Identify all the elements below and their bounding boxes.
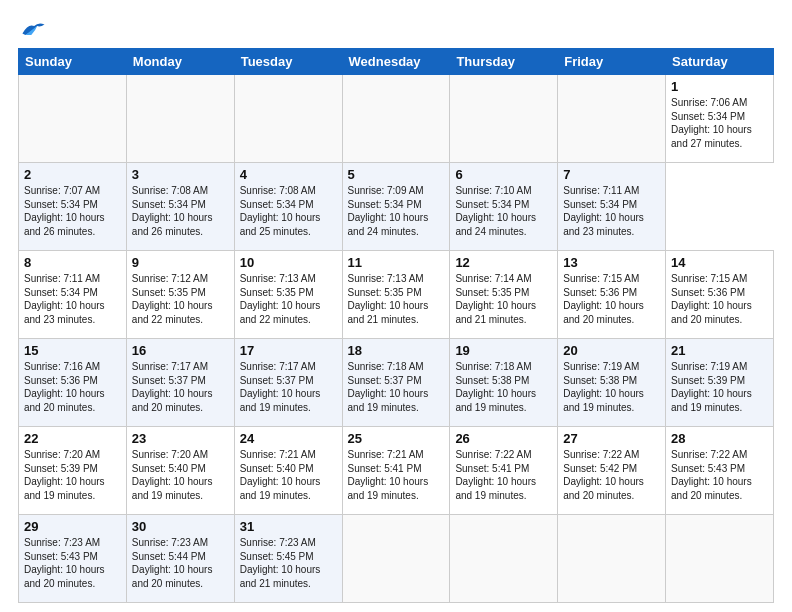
calendar-empty-cell [558, 75, 666, 163]
day-number: 21 [671, 343, 768, 358]
day-number: 27 [563, 431, 660, 446]
calendar-day-header: Friday [558, 49, 666, 75]
day-info: Sunrise: 7:17 AM Sunset: 5:37 PM Dayligh… [240, 360, 337, 414]
calendar-week-row: 29Sunrise: 7:23 AM Sunset: 5:43 PM Dayli… [19, 515, 774, 603]
calendar-empty-cell [19, 75, 127, 163]
day-info: Sunrise: 7:18 AM Sunset: 5:38 PM Dayligh… [455, 360, 552, 414]
day-info: Sunrise: 7:11 AM Sunset: 5:34 PM Dayligh… [563, 184, 660, 238]
day-info: Sunrise: 7:06 AM Sunset: 5:34 PM Dayligh… [671, 96, 768, 150]
calendar-day-cell: 21Sunrise: 7:19 AM Sunset: 5:39 PM Dayli… [666, 339, 774, 427]
calendar-week-row: 1Sunrise: 7:06 AM Sunset: 5:34 PM Daylig… [19, 75, 774, 163]
day-number: 2 [24, 167, 121, 182]
calendar-day-cell: 31Sunrise: 7:23 AM Sunset: 5:45 PM Dayli… [234, 515, 342, 603]
day-info: Sunrise: 7:13 AM Sunset: 5:35 PM Dayligh… [348, 272, 445, 326]
day-info: Sunrise: 7:08 AM Sunset: 5:34 PM Dayligh… [240, 184, 337, 238]
calendar-day-header: Monday [126, 49, 234, 75]
day-info: Sunrise: 7:22 AM Sunset: 5:42 PM Dayligh… [563, 448, 660, 502]
day-number: 3 [132, 167, 229, 182]
calendar-day-cell: 30Sunrise: 7:23 AM Sunset: 5:44 PM Dayli… [126, 515, 234, 603]
calendar-day-cell: 27Sunrise: 7:22 AM Sunset: 5:42 PM Dayli… [558, 427, 666, 515]
day-number: 30 [132, 519, 229, 534]
calendar-day-cell: 17Sunrise: 7:17 AM Sunset: 5:37 PM Dayli… [234, 339, 342, 427]
calendar-empty-cell [450, 515, 558, 603]
calendar-empty-cell [666, 515, 774, 603]
calendar-week-row: 15Sunrise: 7:16 AM Sunset: 5:36 PM Dayli… [19, 339, 774, 427]
day-info: Sunrise: 7:17 AM Sunset: 5:37 PM Dayligh… [132, 360, 229, 414]
day-info: Sunrise: 7:20 AM Sunset: 5:40 PM Dayligh… [132, 448, 229, 502]
calendar-day-cell: 7Sunrise: 7:11 AM Sunset: 5:34 PM Daylig… [558, 163, 666, 251]
day-info: Sunrise: 7:21 AM Sunset: 5:40 PM Dayligh… [240, 448, 337, 502]
calendar-day-header: Tuesday [234, 49, 342, 75]
calendar-empty-cell [450, 75, 558, 163]
calendar-day-cell: 10Sunrise: 7:13 AM Sunset: 5:35 PM Dayli… [234, 251, 342, 339]
day-number: 18 [348, 343, 445, 358]
day-info: Sunrise: 7:16 AM Sunset: 5:36 PM Dayligh… [24, 360, 121, 414]
day-number: 19 [455, 343, 552, 358]
day-number: 7 [563, 167, 660, 182]
calendar-day-cell: 15Sunrise: 7:16 AM Sunset: 5:36 PM Dayli… [19, 339, 127, 427]
day-info: Sunrise: 7:21 AM Sunset: 5:41 PM Dayligh… [348, 448, 445, 502]
day-info: Sunrise: 7:09 AM Sunset: 5:34 PM Dayligh… [348, 184, 445, 238]
day-info: Sunrise: 7:18 AM Sunset: 5:37 PM Dayligh… [348, 360, 445, 414]
calendar-day-cell: 4Sunrise: 7:08 AM Sunset: 5:34 PM Daylig… [234, 163, 342, 251]
calendar-empty-cell [342, 515, 450, 603]
calendar-day-header: Wednesday [342, 49, 450, 75]
calendar-day-cell: 12Sunrise: 7:14 AM Sunset: 5:35 PM Dayli… [450, 251, 558, 339]
day-number: 16 [132, 343, 229, 358]
calendar-day-cell: 22Sunrise: 7:20 AM Sunset: 5:39 PM Dayli… [19, 427, 127, 515]
calendar-day-cell: 19Sunrise: 7:18 AM Sunset: 5:38 PM Dayli… [450, 339, 558, 427]
day-info: Sunrise: 7:23 AM Sunset: 5:43 PM Dayligh… [24, 536, 121, 590]
day-number: 31 [240, 519, 337, 534]
logo-icon [18, 18, 46, 40]
calendar-table: SundayMondayTuesdayWednesdayThursdayFrid… [18, 48, 774, 603]
calendar-week-row: 8Sunrise: 7:11 AM Sunset: 5:34 PM Daylig… [19, 251, 774, 339]
calendar-day-cell: 9Sunrise: 7:12 AM Sunset: 5:35 PM Daylig… [126, 251, 234, 339]
day-number: 1 [671, 79, 768, 94]
calendar-day-cell: 8Sunrise: 7:11 AM Sunset: 5:34 PM Daylig… [19, 251, 127, 339]
day-number: 28 [671, 431, 768, 446]
day-number: 10 [240, 255, 337, 270]
day-info: Sunrise: 7:12 AM Sunset: 5:35 PM Dayligh… [132, 272, 229, 326]
day-number: 20 [563, 343, 660, 358]
calendar-day-cell: 29Sunrise: 7:23 AM Sunset: 5:43 PM Dayli… [19, 515, 127, 603]
day-number: 5 [348, 167, 445, 182]
calendar-empty-cell [342, 75, 450, 163]
day-number: 8 [24, 255, 121, 270]
day-number: 26 [455, 431, 552, 446]
day-number: 29 [24, 519, 121, 534]
day-info: Sunrise: 7:08 AM Sunset: 5:34 PM Dayligh… [132, 184, 229, 238]
day-info: Sunrise: 7:13 AM Sunset: 5:35 PM Dayligh… [240, 272, 337, 326]
calendar-header-row: SundayMondayTuesdayWednesdayThursdayFrid… [19, 49, 774, 75]
day-info: Sunrise: 7:11 AM Sunset: 5:34 PM Dayligh… [24, 272, 121, 326]
day-number: 25 [348, 431, 445, 446]
day-info: Sunrise: 7:15 AM Sunset: 5:36 PM Dayligh… [671, 272, 768, 326]
day-info: Sunrise: 7:22 AM Sunset: 5:41 PM Dayligh… [455, 448, 552, 502]
day-number: 22 [24, 431, 121, 446]
day-number: 13 [563, 255, 660, 270]
calendar-day-cell: 3Sunrise: 7:08 AM Sunset: 5:34 PM Daylig… [126, 163, 234, 251]
day-number: 11 [348, 255, 445, 270]
day-number: 4 [240, 167, 337, 182]
day-info: Sunrise: 7:14 AM Sunset: 5:35 PM Dayligh… [455, 272, 552, 326]
day-info: Sunrise: 7:10 AM Sunset: 5:34 PM Dayligh… [455, 184, 552, 238]
calendar-empty-cell [558, 515, 666, 603]
calendar-day-cell: 25Sunrise: 7:21 AM Sunset: 5:41 PM Dayli… [342, 427, 450, 515]
logo [18, 18, 46, 40]
day-number: 23 [132, 431, 229, 446]
calendar-day-cell: 1Sunrise: 7:06 AM Sunset: 5:34 PM Daylig… [666, 75, 774, 163]
calendar-day-cell: 23Sunrise: 7:20 AM Sunset: 5:40 PM Dayli… [126, 427, 234, 515]
calendar-day-cell: 11Sunrise: 7:13 AM Sunset: 5:35 PM Dayli… [342, 251, 450, 339]
day-info: Sunrise: 7:19 AM Sunset: 5:38 PM Dayligh… [563, 360, 660, 414]
day-info: Sunrise: 7:19 AM Sunset: 5:39 PM Dayligh… [671, 360, 768, 414]
day-number: 24 [240, 431, 337, 446]
calendar-day-cell: 24Sunrise: 7:21 AM Sunset: 5:40 PM Dayli… [234, 427, 342, 515]
calendar-day-cell: 2Sunrise: 7:07 AM Sunset: 5:34 PM Daylig… [19, 163, 127, 251]
calendar-day-cell: 5Sunrise: 7:09 AM Sunset: 5:34 PM Daylig… [342, 163, 450, 251]
day-info: Sunrise: 7:23 AM Sunset: 5:44 PM Dayligh… [132, 536, 229, 590]
day-number: 6 [455, 167, 552, 182]
page: SundayMondayTuesdayWednesdayThursdayFrid… [0, 0, 792, 612]
day-number: 17 [240, 343, 337, 358]
calendar-day-cell: 13Sunrise: 7:15 AM Sunset: 5:36 PM Dayli… [558, 251, 666, 339]
header [18, 18, 774, 40]
calendar-day-cell: 6Sunrise: 7:10 AM Sunset: 5:34 PM Daylig… [450, 163, 558, 251]
